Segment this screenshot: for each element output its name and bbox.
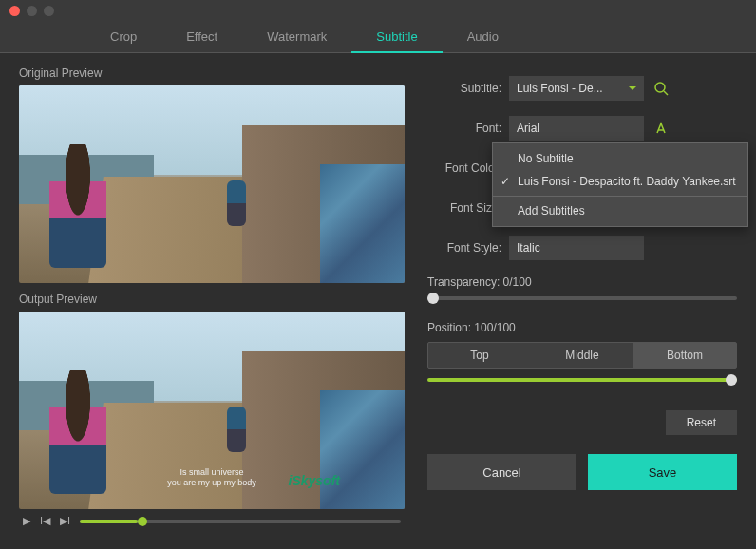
content: Original Preview Output Preview iSkysoft…: [0, 53, 756, 542]
dropdown-item-no-subtitle[interactable]: No Subtitle: [493, 147, 747, 170]
tab-audio[interactable]: Audio: [443, 21, 523, 53]
subtitle-dropdown-menu: No Subtitle Luis Fonsi - Despacito ft. D…: [492, 142, 748, 227]
svg-line-1: [664, 91, 668, 95]
playback-controls: ▶ I◀ ▶I: [19, 509, 405, 533]
close-icon[interactable]: [9, 6, 20, 16]
font-size-label: Font Size:: [427, 201, 501, 215]
footer-buttons: Cancel Save: [427, 454, 737, 490]
position-middle[interactable]: Middle: [531, 343, 633, 368]
position-slider[interactable]: [427, 378, 737, 382]
position-tabs: Top Middle Bottom: [427, 342, 737, 369]
dropdown-separator: [493, 196, 747, 197]
font-style-select[interactable]: Italic: [509, 236, 644, 260]
video-editor-window: Crop Effect Watermark Subtitle Audio Ori…: [0, 0, 756, 549]
font-style-label: Font Style:: [427, 241, 501, 255]
tab-effect[interactable]: Effect: [161, 21, 242, 53]
minimize-icon[interactable]: [27, 6, 37, 16]
chevron-down-icon: [629, 86, 636, 94]
font-color-label: Font Color:: [427, 161, 501, 175]
transparency-label: Transparency: 0/100: [427, 275, 737, 289]
main-tabs: Crop Effect Watermark Subtitle Audio: [0, 21, 756, 53]
titlebar: [0, 0, 756, 21]
position-bottom[interactable]: Bottom: [633, 343, 736, 368]
tab-watermark[interactable]: Watermark: [242, 21, 351, 53]
search-icon[interactable]: [652, 79, 671, 98]
font-select[interactable]: Arial: [509, 116, 644, 141]
subtitle-select[interactable]: Luis Fonsi - De...: [509, 76, 644, 101]
original-preview: [19, 85, 405, 283]
subtitle-caption: Is small universe you are my up my body: [167, 467, 256, 488]
save-button[interactable]: Save: [588, 454, 737, 490]
reset-button[interactable]: Reset: [666, 410, 737, 435]
prev-frame-button[interactable]: I◀: [40, 515, 50, 527]
font-picker-icon[interactable]: [652, 119, 671, 138]
play-button[interactable]: ▶: [23, 515, 30, 527]
dropdown-item-selected[interactable]: Luis Fonsi - Despacito ft. Daddy Yankee.…: [493, 170, 747, 193]
output-preview-label: Output Preview: [19, 293, 405, 306]
position-label: Position: 100/100: [427, 321, 737, 334]
maximize-icon[interactable]: [44, 6, 54, 16]
position-top[interactable]: Top: [428, 343, 531, 368]
dropdown-item-add[interactable]: Add Subtitles: [493, 199, 747, 222]
tab-subtitle[interactable]: Subtitle: [351, 21, 442, 53]
transparency-slider[interactable]: [427, 296, 737, 300]
output-preview: iSkysoft Is small universe you are my up…: [19, 312, 405, 509]
watermark-text: iSkysoft: [289, 473, 340, 488]
cancel-button[interactable]: Cancel: [427, 454, 576, 490]
next-frame-button[interactable]: ▶I: [60, 515, 70, 527]
svg-point-0: [655, 83, 665, 92]
settings-panel: Subtitle: Luis Fonsi - De... Font: Arial: [427, 63, 737, 533]
playback-track[interactable]: [80, 520, 401, 523]
subtitle-label: Subtitle:: [427, 82, 501, 95]
original-preview-label: Original Preview: [19, 66, 405, 80]
preview-column: Original Preview Output Preview iSkysoft…: [19, 63, 405, 533]
tab-crop[interactable]: Crop: [85, 21, 161, 53]
font-label: Font:: [427, 122, 501, 135]
